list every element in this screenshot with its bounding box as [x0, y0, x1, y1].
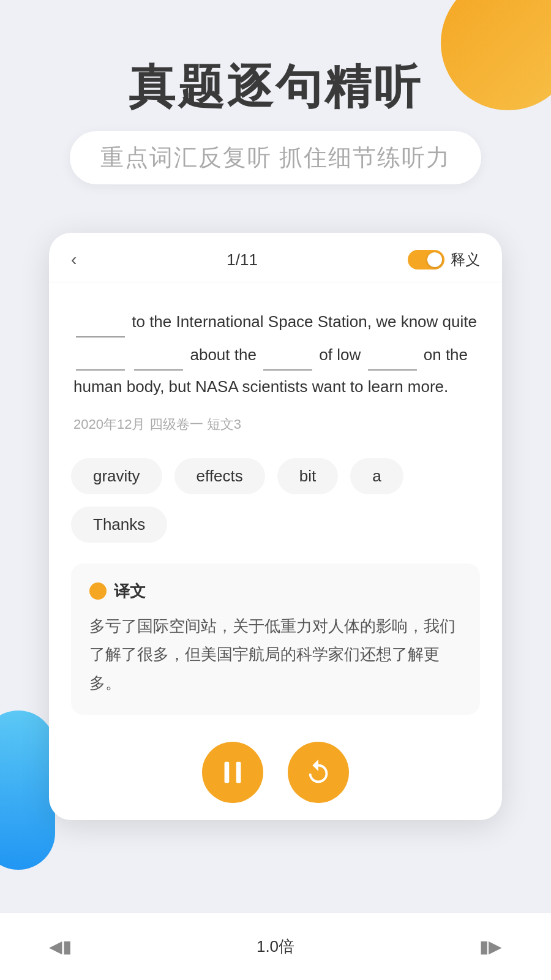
next-button[interactable]: ▮▶: [479, 937, 502, 957]
sentence-area: to the International Space Station, we k…: [49, 282, 502, 452]
card-header: ‹ 1/11 释义: [49, 233, 502, 282]
prev-button[interactable]: ◀▮: [49, 937, 72, 957]
phone-card: ‹ 1/11 释义 to the International Space Sta…: [49, 233, 502, 820]
sentence-text: to the International Space Station, we k…: [73, 304, 478, 402]
sentence-part-2: about the: [190, 345, 261, 364]
chip-effects[interactable]: effects: [174, 458, 265, 494]
playback-controls: [49, 729, 502, 820]
pause-button[interactable]: [202, 742, 263, 803]
translation-box: 译文 多亏了国际空间站，关于低重力对人体的影响，我们了解了很多，但美国宇航局的科…: [71, 564, 480, 715]
translation-header: 译文: [89, 581, 462, 602]
blank-4: [263, 337, 312, 371]
hero-subtitle-container: 重点词汇反复听 抓住细节练听力: [70, 131, 482, 184]
sentence-part-3: of low: [319, 345, 365, 364]
svg-rect-1: [236, 762, 241, 783]
back-button[interactable]: ‹: [71, 250, 77, 270]
sentence-part-1: to the International Space Station, we k…: [132, 312, 477, 331]
blank-1: [76, 304, 125, 337]
toggle-switch[interactable]: [408, 250, 444, 270]
chip-gravity[interactable]: gravity: [71, 458, 162, 494]
hero-subtitle: 重点词汇反复听 抓住细节练听力: [100, 142, 451, 173]
toggle-area: 释义: [408, 250, 480, 270]
progress-text: 1/11: [227, 251, 258, 270]
blank-2: [76, 337, 125, 371]
blank-3: [134, 337, 183, 371]
deco-shape-blue: [0, 710, 55, 870]
bottom-bar: ◀▮ 1.0倍 ▮▶: [0, 913, 551, 980]
chip-thanks[interactable]: Thanks: [71, 507, 167, 543]
word-chips: gravity effects bit a Thanks: [49, 452, 502, 557]
replay-button[interactable]: [288, 742, 349, 803]
chip-bit[interactable]: bit: [277, 458, 338, 494]
date-label: 2020年12月 四级卷一 短文3: [73, 412, 478, 437]
speed-label[interactable]: 1.0倍: [257, 936, 294, 957]
toggle-label: 释义: [451, 250, 480, 270]
hero-title: 真题逐句精听: [24, 61, 527, 113]
svg-rect-0: [225, 762, 230, 783]
chip-a[interactable]: a: [350, 458, 403, 494]
hero-section: 真题逐句精听 重点词汇反复听 抓住细节练听力: [0, 61, 551, 184]
translation-content: 多亏了国际空间站，关于低重力对人体的影响，我们了解了很多，但美国宇航局的科学家们…: [89, 612, 462, 698]
replay-icon: [304, 758, 332, 786]
pause-icon: [219, 758, 247, 786]
blank-5: [368, 337, 417, 371]
translation-title: 译文: [114, 581, 146, 602]
orange-dot-icon: [89, 582, 107, 600]
